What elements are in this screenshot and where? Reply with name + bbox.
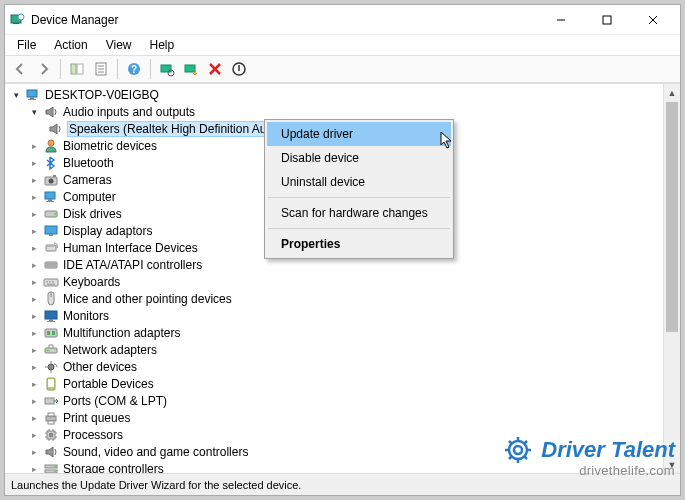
forward-button[interactable] [33,58,55,80]
expander-icon[interactable]: ▸ [27,207,41,221]
vertical-scrollbar[interactable]: ▲ ▼ [663,84,680,473]
menu-action[interactable]: Action [46,36,95,54]
expander-icon[interactable]: ▸ [27,377,41,391]
expander-icon[interactable]: ▸ [27,139,41,153]
menubar: File Action View Help [5,35,680,55]
expander-icon[interactable]: ▸ [27,360,41,374]
menu-view[interactable]: View [98,36,140,54]
expander-icon[interactable]: ▸ [27,326,41,340]
svg-rect-42 [47,283,55,285]
svg-point-72 [54,465,56,467]
cpu-icon [43,427,59,443]
svg-point-53 [48,364,54,370]
speaker-icon [47,121,63,137]
scroll-thumb[interactable] [666,102,678,332]
status-bar: Launches the Update Driver Wizard for th… [5,473,680,495]
toolbar-separator [150,59,151,79]
svg-rect-41 [52,281,54,283]
expander-icon[interactable]: ▸ [27,394,41,408]
svg-rect-35 [45,262,57,268]
tree-category[interactable]: ▸ Network adapters [5,341,680,358]
tree-category[interactable]: ▸ Processors [5,426,680,443]
svg-rect-56 [45,398,54,404]
back-button[interactable] [9,58,31,80]
disable-button[interactable] [228,58,250,80]
tree-label: Speakers (Realtek High Definition Audio) [67,121,288,137]
svg-rect-21 [28,99,36,100]
context-uninstall-device[interactable]: Uninstall device [267,170,451,194]
portable-icon [43,376,59,392]
tree-label: Keyboards [63,275,120,289]
tree-label: Portable Devices [63,377,154,391]
properties-button[interactable] [90,58,112,80]
expander-icon[interactable]: ▸ [27,156,41,170]
svg-rect-1 [13,23,19,24]
tree-category[interactable]: ▸ Keyboards [5,273,680,290]
camera-icon [43,172,59,188]
expander-icon[interactable]: ▸ [27,224,41,238]
tree-label: Mice and other pointing devices [63,292,232,306]
monitor-icon [43,308,59,324]
svg-point-24 [49,178,54,183]
scroll-up-button[interactable]: ▲ [664,84,680,101]
tree-label: Multifunction adapters [63,326,180,340]
context-disable-device[interactable]: Disable device [267,146,451,170]
expander-icon[interactable]: ▸ [27,241,41,255]
tree-category[interactable]: ▸ Print queues [5,409,680,426]
expander-icon[interactable]: ▸ [27,173,41,187]
tree-category[interactable]: ▸ Monitors [5,307,680,324]
disk-icon [43,206,59,222]
tree-label: Bluetooth [63,156,114,170]
tree-root[interactable]: ▾ DESKTOP-V0EIGBQ [5,86,680,103]
tree-category[interactable]: ▸ Portable Devices [5,375,680,392]
app-icon [9,12,25,28]
window-title: Device Manager [31,13,538,27]
svg-rect-45 [49,319,53,321]
tree-category[interactable]: ▸ Mice and other pointing devices [5,290,680,307]
expander-icon[interactable]: ▸ [27,258,41,272]
svg-point-73 [54,470,56,472]
minimize-button[interactable] [538,6,584,34]
tree-label: Sound, video and game controllers [63,445,248,459]
expander-icon[interactable]: ▸ [27,292,41,306]
expander-icon[interactable]: ▾ [9,88,23,102]
tree-category[interactable]: ▸ Ports (COM & LPT) [5,392,680,409]
tree-audio-category[interactable]: ▾ Audio inputs and outputs [5,103,680,120]
uninstall-button[interactable] [204,58,226,80]
display-icon [43,223,59,239]
expander-icon[interactable]: ▸ [27,190,41,204]
expander-icon[interactable]: ▸ [27,428,41,442]
menu-help[interactable]: Help [142,36,183,54]
context-properties[interactable]: Properties [267,232,451,256]
tree-category[interactable]: ▸ Other devices [5,358,680,375]
expander-icon[interactable]: ▸ [27,275,41,289]
expander-icon[interactable]: ▸ [27,309,41,323]
tree-category[interactable]: ▸ Sound, video and game controllers [5,443,680,460]
expander-icon[interactable]: ▸ [27,411,41,425]
expander-icon[interactable]: ▸ [27,462,41,474]
tree-category[interactable]: ▸ Storage controllers [5,460,680,473]
expander-icon[interactable]: ▸ [27,445,41,459]
tree-label: Ports (COM & LPT) [63,394,167,408]
storage-icon [43,461,59,474]
expander-icon[interactable]: ▾ [27,105,41,119]
status-text: Launches the Update Driver Wizard for th… [11,479,301,491]
tree-label: Computer [63,190,116,204]
tree-category[interactable]: ▸ Multifunction adapters [5,324,680,341]
context-separator [268,197,450,198]
tree-label: IDE ATA/ATAPI controllers [63,258,202,272]
menu-file[interactable]: File [9,36,44,54]
context-update-driver[interactable]: Update driver [267,122,451,146]
context-scan-hardware[interactable]: Scan for hardware changes [267,201,451,225]
help-button[interactable]: ? [123,58,145,80]
svg-rect-7 [71,64,76,74]
expander-icon[interactable]: ▸ [27,343,41,357]
show-hide-console-button[interactable] [66,58,88,80]
close-button[interactable] [630,6,676,34]
tree-label: Network adapters [63,343,157,357]
maximize-button[interactable] [584,6,630,34]
scan-hardware-button[interactable] [156,58,178,80]
scroll-down-button[interactable]: ▼ [664,456,680,473]
svg-rect-8 [77,64,83,74]
update-driver-button[interactable] [180,58,202,80]
